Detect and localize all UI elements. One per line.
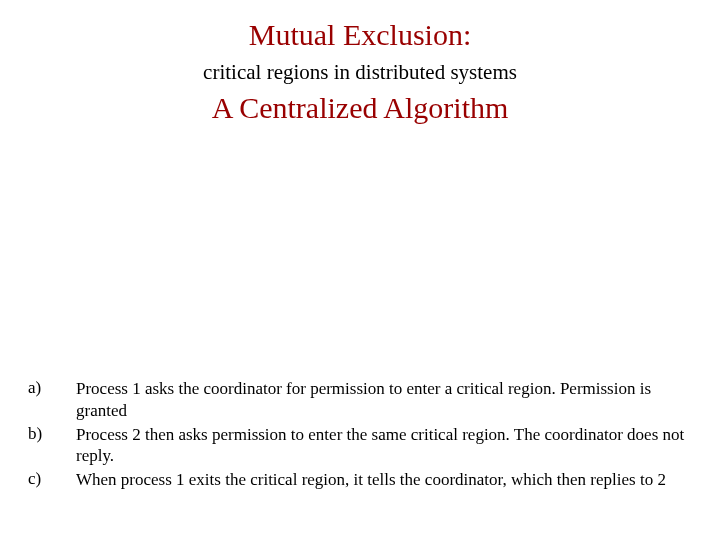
list-item-label: c) (28, 469, 76, 491)
slide-subtitle: critical regions in distributed systems (0, 60, 720, 85)
list-item-label: b) (28, 424, 76, 468)
list-item: c) When process 1 exits the critical reg… (28, 469, 692, 491)
slide-title-1: Mutual Exclusion: (0, 18, 720, 52)
list-item-label: a) (28, 378, 76, 422)
list-item-text: Process 2 then asks permission to enter … (76, 424, 692, 468)
list-item: a) Process 1 asks the coordinator for pe… (28, 378, 692, 422)
list-item-text: When process 1 exits the critical region… (76, 469, 666, 491)
list-item: b) Process 2 then asks permission to ent… (28, 424, 692, 468)
slide-title-2: A Centralized Algorithm (0, 91, 720, 125)
list-item-text: Process 1 asks the coordinator for permi… (76, 378, 692, 422)
enumerated-list: a) Process 1 asks the coordinator for pe… (28, 378, 692, 493)
